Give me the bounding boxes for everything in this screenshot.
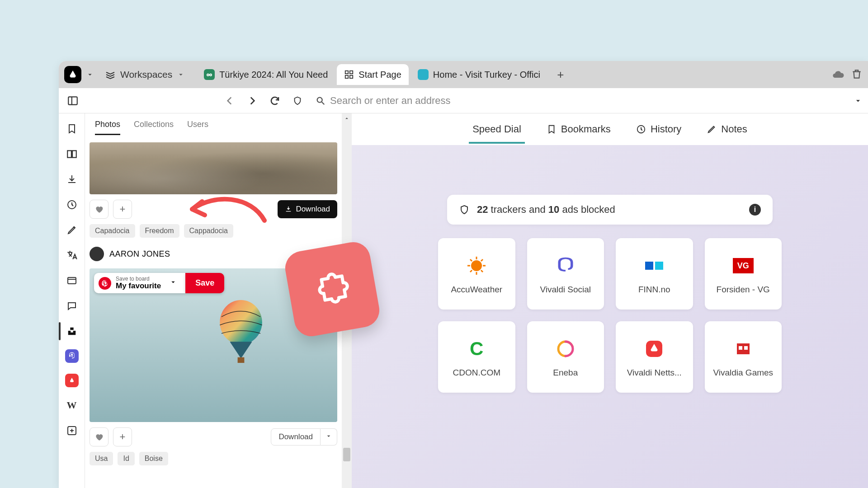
svg-rect-5 — [350, 71, 353, 74]
download-label: Download — [271, 428, 321, 446]
window-panel-icon[interactable] — [65, 273, 79, 288]
tag[interactable]: Capadocia — [90, 224, 135, 238]
tile-accuweather[interactable]: AccuWeather — [438, 238, 515, 310]
tab-visit-turkey[interactable]: Home - Visit Turkey - Offici — [410, 64, 547, 85]
chevron-down-icon[interactable] — [321, 428, 337, 446]
chevron-left-icon — [224, 95, 236, 107]
tag[interactable]: Id — [118, 452, 134, 465]
trash-icon[interactable] — [851, 68, 863, 80]
pin-save-button[interactable]: Save — [185, 273, 224, 293]
pin-board-selector[interactable]: Save to board My favourite — [94, 273, 185, 293]
notes-panel-icon[interactable] — [65, 223, 79, 237]
download-split-button[interactable]: Download — [271, 428, 337, 446]
wikipedia-panel-icon[interactable]: W — [65, 398, 79, 413]
translate-panel-icon[interactable] — [65, 248, 79, 263]
tile-vivaldi-net[interactable]: Vivaldi Netts... — [616, 321, 693, 393]
author-name: AARON JONES — [109, 249, 170, 259]
add-button[interactable]: + — [113, 427, 132, 446]
panel-tab-photos[interactable]: Photos — [95, 120, 120, 135]
tab-turkiye[interactable]: Türkiye 2024: All You Need — [197, 64, 335, 85]
tile-eneba[interactable]: Eneba — [527, 321, 604, 393]
bookmarks-panel-icon[interactable] — [65, 122, 79, 136]
tripadvisor-favicon-icon — [204, 69, 215, 80]
add-button[interactable]: + — [113, 200, 132, 219]
app-menu-caret-icon[interactable] — [86, 70, 94, 79]
vivaldi-icon — [642, 336, 667, 361]
tag-list: Capadocia Freedom Cappadocia — [90, 224, 337, 238]
puzzle-piece-icon — [306, 263, 359, 315]
tile-vg[interactable]: VGForsiden - VG — [705, 238, 782, 310]
plus-icon: + — [120, 431, 126, 443]
plus-icon: + — [120, 203, 126, 215]
tile-label: Vivaldi Netts... — [627, 368, 682, 378]
tracker-banner[interactable]: 22 trackers and 10 ads blocked i — [447, 195, 773, 225]
download-button[interactable]: Download — [278, 200, 337, 218]
tag[interactable]: Cappadocia — [184, 224, 233, 238]
speed-dial-icon — [344, 70, 354, 80]
vivaldia-icon — [731, 336, 756, 361]
svg-line-11 — [322, 102, 325, 104]
like-button[interactable] — [90, 427, 108, 446]
pinterest-overlay: Save to board My favourite Save — [94, 273, 224, 293]
history-panel-icon[interactable] — [65, 197, 79, 212]
tile-vivaldi-social[interactable]: Vivaldi Social — [527, 238, 604, 310]
tag-list: Usa Id Boise — [90, 452, 337, 465]
workspaces-icon — [105, 69, 116, 80]
nav-speed-dial[interactable]: Speed Dial — [469, 115, 525, 143]
svg-rect-13 — [68, 277, 76, 284]
downloads-panel-icon[interactable] — [65, 172, 79, 187]
save-to-label: Save to board — [116, 276, 161, 282]
back-button[interactable] — [220, 91, 240, 111]
info-icon[interactable]: i — [749, 204, 761, 216]
tab-start-page[interactable]: Start Page — [337, 64, 409, 85]
svg-line-24 — [470, 259, 472, 261]
svg-point-19 — [471, 260, 482, 271]
tag[interactable]: Boise — [139, 452, 168, 465]
svg-point-2 — [208, 75, 208, 75]
vivaldi-panel-icon[interactable] — [65, 374, 79, 387]
address-input[interactable]: Search or enter an address — [310, 95, 851, 107]
tag[interactable]: Freedom — [140, 224, 179, 238]
reload-button[interactable] — [265, 91, 285, 111]
tile-finn[interactable]: FINN.no — [616, 238, 693, 310]
app-menu-button[interactable] — [64, 66, 81, 83]
reading-list-icon[interactable] — [65, 147, 79, 161]
add-panel-button[interactable] — [65, 423, 79, 438]
address-dropdown-icon[interactable] — [854, 96, 863, 105]
panel-tab-collections[interactable]: Collections — [134, 120, 174, 135]
shield-icon — [459, 204, 470, 215]
svg-rect-28 — [645, 262, 653, 270]
tag[interactable]: Usa — [90, 452, 113, 465]
pinterest-icon — [99, 277, 111, 290]
forward-button[interactable] — [242, 91, 262, 111]
heart-icon — [94, 432, 104, 441]
panel-tab-users[interactable]: Users — [187, 120, 208, 135]
shield-button[interactable] — [288, 91, 307, 111]
extension-badge — [283, 239, 382, 339]
panel-toggle-button[interactable] — [64, 92, 81, 109]
mastodon-panel-icon[interactable] — [65, 349, 79, 363]
web-panel-unsplash-icon[interactable] — [65, 324, 79, 338]
new-tab-button[interactable]: + — [553, 67, 568, 82]
svg-line-25 — [481, 270, 483, 272]
chat-panel-icon[interactable] — [65, 299, 79, 313]
finn-icon — [642, 253, 667, 278]
svg-rect-7 — [350, 75, 353, 78]
tab-label: Home - Visit Turkey - Offici — [433, 70, 540, 80]
sync-cloud-icon[interactable] — [832, 68, 844, 81]
scroll-thumb[interactable] — [343, 448, 350, 461]
nav-bookmarks[interactable]: Bookmarks — [543, 115, 614, 143]
tile-label: Forsiden - VG — [717, 285, 770, 295]
nav-history[interactable]: History — [632, 115, 685, 143]
download-arrow-icon — [285, 206, 292, 213]
speed-dial-grid: AccuWeather Vivaldi Social FINN.no VGFor… — [438, 238, 782, 393]
like-button[interactable] — [90, 200, 108, 219]
tile-cdon[interactable]: CCDON.COM — [438, 321, 515, 393]
nav-notes[interactable]: Notes — [703, 115, 750, 143]
tile-vivaldia[interactable]: Vivaldia Games — [705, 321, 782, 393]
workspaces-button[interactable]: Workspaces — [99, 66, 190, 84]
svg-rect-17 — [238, 357, 245, 363]
photo-thumbnail[interactable] — [90, 142, 337, 194]
svg-rect-8 — [68, 97, 77, 104]
board-name: My favourite — [116, 282, 161, 291]
